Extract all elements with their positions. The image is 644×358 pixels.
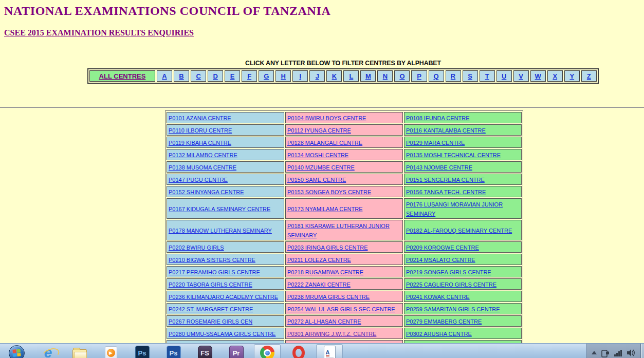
letter-filter-x[interactable]: X [547,70,563,82]
centre-link-p0236[interactable]: P0236 KILIMANJARO ACADEMY CENTRE [169,294,278,300]
premiere-button[interactable]: Pr [220,344,252,358]
letter-filter-a[interactable]: A [157,70,172,82]
centre-link-p0151[interactable]: P0151 SENGEREMA CENTRE [406,177,485,183]
centre-link-p0203[interactable]: P0203 IRINGA GIRLS CENTRE [287,244,368,251]
opera-button[interactable] [283,344,314,358]
centre-link-p0108[interactable]: P0108 IFUNDA CENTRE [406,115,469,121]
centre-cell: P0150 SAME CENTRE [285,174,403,185]
centre-link-p0301[interactable]: P0301 AIRWING J.W.T.Z. CENTRE [287,331,376,337]
letter-filter-n[interactable]: N [377,70,393,82]
centre-link-p0147[interactable]: P0147 PUGU CENTRE [169,177,228,183]
photoshop-dark-button[interactable]: Ps [126,344,158,358]
letter-filter-e[interactable]: E [225,70,240,82]
table-row: P0280 UMMU-SSALAMA GIRLS CENTREP0301 AIR… [167,328,522,339]
centre-link-p0135[interactable]: P0135 MOSHI TECHNICAL CENTRE [406,152,501,158]
centre-link-p0138[interactable]: P0138 MUSOMA CENTRE [169,164,236,171]
centre-link-p0238[interactable]: P0238 MRUMA GIRLS CENTRE [287,294,370,300]
centre-link-p0182[interactable]: P0182 AL-FAROUQ SEMINARY CENTRE [406,228,512,234]
letter-filter-j[interactable]: J [309,70,325,82]
centre-link-p0242[interactable]: P0242 ST. MARGARET CENTRE [169,306,253,312]
letter-filter-t[interactable]: T [480,70,495,82]
letter-filter-z[interactable]: Z [581,70,597,82]
letter-filter-v[interactable]: V [513,70,529,82]
centre-link-p0132[interactable]: P0132 MILAMBO CENTRE [169,152,237,158]
csee-results-link[interactable]: CSEE 2015 EXAMINATION RESULTS ENQUIRIES [4,28,194,37]
letter-filter-k[interactable]: K [326,70,342,82]
show-hidden-icons-button[interactable] [591,350,597,355]
letter-filter-b[interactable]: B [174,70,189,82]
centre-link-p0259[interactable]: P0259 SAMARITAN GIRLS CENTRE [406,306,500,312]
centre-link-p0209[interactable]: P0209 KOROGWE CENTRE [406,244,479,251]
media-player-button[interactable]: ▶ [95,344,126,358]
centre-link-p0279[interactable]: P0279 EMMABERG CENTRE [406,318,482,325]
letter-filter-d[interactable]: D [208,70,223,82]
centre-link-p0217[interactable]: P0217 PERAMIHO GIRLS CENTRE [169,269,260,275]
centre-cell: P0279 EMMABERG CENTRE [404,315,522,327]
centre-link-p0225[interactable]: P0225 CAGLIERO GIRLS CENTRE [406,281,496,288]
centre-link-p0153[interactable]: P0153 SONGEA BOYS CENTRE [287,189,371,195]
centre-link-p0128[interactable]: P0128 MALANGALI CENTRE [287,140,362,146]
centre-link-p0254[interactable]: P0254 WAL UL ASR GIRLS SEC CENTRE [287,306,395,312]
letter-filter-f[interactable]: F [242,70,257,82]
letter-filter-o[interactable]: O [394,70,410,82]
centre-link-p0178[interactable]: P0178 MANOW LUTHERAN SEMINARY [169,228,272,234]
centre-link-p0219[interactable]: P0219 SONGEA GIRLS CENTRE [406,269,491,275]
photoshop-blue-button[interactable]: Ps [158,344,189,358]
centre-link-p0143[interactable]: P0143 NJOMBE CENTRE [406,164,472,171]
centre-link-p0134[interactable]: P0134 MOSHI CENTRE [287,152,348,158]
all-centres-link[interactable]: ALL CENTRES [89,70,155,82]
letter-filter-u[interactable]: U [496,70,512,82]
letter-filter-w[interactable]: W [530,70,546,82]
letter-filter-g[interactable]: G [259,70,274,82]
file-explorer-button[interactable] [64,344,95,358]
centre-link-p0112[interactable]: P0112 IYUNGA CENTRE [287,127,351,134]
centre-link-p0176[interactable]: P0176 LUSANGI MORAVIAN JUNIOR SEMINARY [406,201,503,217]
centre-link-p0302[interactable]: P0302 ARUSHA CENTRE [406,331,472,337]
centre-cell: P0138 MUSOMA CENTRE [167,161,284,173]
centre-link-p0152[interactable]: P0152 SHINYANGA CENTRE [169,189,244,195]
centre-link-p0140[interactable]: P0140 MZUMBE CENTRE [287,164,355,171]
power-plug-icon[interactable] [601,348,610,358]
centre-link-p0272[interactable]: P0272 AL-LHASAN CENTRE [287,318,361,325]
centre-link-p0110[interactable]: P0110 ILBORU CENTRE [169,127,232,134]
centre-link-p0150[interactable]: P0150 SAME CENTRE [287,177,346,183]
centre-link-p0156[interactable]: P0156 TANGA TECH. CENTRE [406,189,486,195]
letter-filter-m[interactable]: M [360,70,376,82]
centre-link-p0119[interactable]: P0119 KIBAHA CENTRE [169,140,231,146]
faststone-button[interactable]: FS [189,344,220,358]
letter-filter-q[interactable]: Q [429,70,444,82]
internet-explorer-button[interactable]: e [32,344,64,358]
centre-link-p0173[interactable]: P0173 NYAMILAMA CENTRE [287,206,363,212]
letter-filter-i[interactable]: I [292,70,308,82]
letter-filter-y[interactable]: Y [564,70,580,82]
letter-filter-p[interactable]: P [411,70,427,82]
centre-link-p0210[interactable]: P0210 BIGWA SISTERS CENTRE [169,257,255,263]
letter-filter-h[interactable]: H [275,70,291,82]
show-desktop-button[interactable] [641,344,644,358]
start-button[interactable] [1,344,32,358]
centre-link-p0202[interactable]: P0202 BWIRU GIRLS [169,244,224,251]
network-signal-icon[interactable] [614,349,623,357]
centre-link-p0104[interactable]: P0104 BWIRU BOYS CENTRE [287,115,366,121]
chrome-button[interactable] [254,344,281,358]
centre-link-p0218[interactable]: P0218 RUGAMBWA CENTRE [287,269,363,275]
table-row: P0220 TABORA GIRLS CENTREP0222 ZANAKI CE… [167,278,522,290]
centre-link-p0167[interactable]: P0167 KIDUGALA SEMINARY CENTRE [169,206,270,212]
letter-filter-r[interactable]: R [446,70,461,82]
centre-link-p0181[interactable]: P0181 KISARAWE LUTHERAN JUNIOR SEMINARY [287,223,390,238]
centre-link-p0222[interactable]: P0222 ZANAKI CENTRE [287,281,351,288]
letter-filter-s[interactable]: S [463,70,478,82]
centre-link-p0241[interactable]: P0241 KOWAK CENTRE [406,294,470,300]
centre-link-p0101[interactable]: P0101 AZANIA CENTRE [169,115,231,121]
centre-link-p0267[interactable]: P0267 ROSEMARIE GIRLS CEN [169,318,252,325]
centre-link-p0116[interactable]: P0116 KANTALAMBA CENTRE [406,127,486,134]
centre-link-p0214[interactable]: P0214 MSALATO CENTRE [406,257,475,263]
volume-icon[interactable] [627,349,637,357]
centre-link-p0129[interactable]: P0129 MARA CENTRE [406,140,465,146]
word-processor-button[interactable]: A [316,344,343,358]
centre-link-p0211[interactable]: P0211 LOLEZA CENTRE [287,257,351,263]
centre-link-p0280[interactable]: P0280 UMMU-SSALAMA GIRLS CENTRE [169,331,275,337]
centre-link-p0220[interactable]: P0220 TABORA GIRLS CENTRE [169,281,252,288]
letter-filter-c[interactable]: C [191,70,206,82]
letter-filter-l[interactable]: L [343,70,359,82]
